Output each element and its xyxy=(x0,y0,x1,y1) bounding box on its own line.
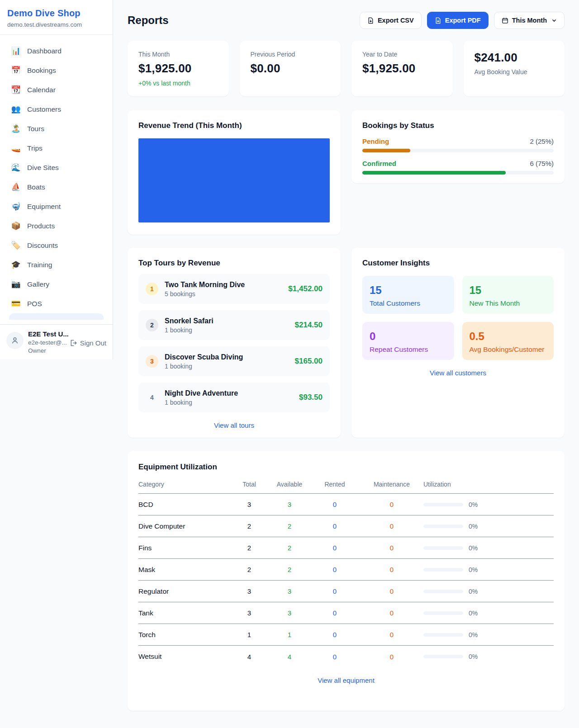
sidebar-item-customers[interactable]: 👥Customers xyxy=(5,99,108,119)
export-pdf-button[interactable]: Export PDF xyxy=(427,12,489,29)
sidebar-item-label: Tours xyxy=(27,125,44,133)
equipment-maintenance: 0 xyxy=(360,653,423,661)
utilization-bar-track xyxy=(423,546,463,550)
sidebar-item-products[interactable]: 📦Products xyxy=(5,216,108,236)
tour-bookings: 1 booking xyxy=(165,399,293,406)
equipment-total: 3 xyxy=(229,609,270,617)
revenue-trend-bar xyxy=(138,138,330,222)
stat-value: $241.00 xyxy=(475,51,554,65)
status-label: Confirmed xyxy=(362,160,396,167)
sign-out-label: Sign Out xyxy=(80,339,106,347)
equipment-rented: 0 xyxy=(309,501,360,508)
status-item-pending: Pending 2 (25%) xyxy=(362,137,554,152)
insight-tile-avg-bookings: 0.5 Avg Bookings/Customer xyxy=(462,322,554,360)
equipment-rented: 0 xyxy=(309,566,360,573)
sidebar-item-training[interactable]: 🎓Training xyxy=(5,255,108,274)
sidebar-item-reports-partial[interactable] xyxy=(9,313,104,320)
sidebar-item-boats[interactable]: ⛵Boats xyxy=(5,177,108,197)
utilization-percent: 0% xyxy=(469,631,478,638)
top-tours-title: Top Tours by Revenue xyxy=(138,259,330,268)
tour-bookings: 1 booking xyxy=(165,363,289,370)
equipment-rented: 0 xyxy=(309,609,360,617)
table-row: Wetsuit 4 4 0 0 0% xyxy=(138,646,554,667)
sidebar-item-dive-sites[interactable]: 🌊Dive Sites xyxy=(5,158,108,177)
stat-label: This Month xyxy=(138,51,218,58)
view-all-equipment-link[interactable]: View all equipment xyxy=(138,676,554,684)
equipment-rented: 0 xyxy=(309,631,360,638)
table-row: Torch 1 1 0 0 0% xyxy=(138,624,554,646)
sidebar-item-tours[interactable]: 🏝️Tours xyxy=(5,119,108,138)
equipment-utilization-cell: 0% xyxy=(423,566,554,573)
utilization-percent: 0% xyxy=(469,588,478,595)
equipment-maintenance: 0 xyxy=(360,501,423,508)
sidebar-item-bookings[interactable]: 📅Bookings xyxy=(5,61,108,80)
equipment-utilization-cell: 0% xyxy=(423,588,554,595)
stat-card-avg-booking-value: $241.00 Avg Booking Value xyxy=(464,41,565,96)
utilization-bar-track xyxy=(423,525,463,528)
equipment-maintenance: 0 xyxy=(360,587,423,595)
equipment-utilization-cell: 0% xyxy=(423,610,554,617)
credit-card-icon: 💳 xyxy=(11,299,21,308)
insight-label: Repeat Customers xyxy=(370,345,447,354)
tour-list-item: 1 Two Tank Morning Dive 5 bookings $1,45… xyxy=(138,274,330,304)
people-icon: 👥 xyxy=(11,104,21,114)
user-role: Owner xyxy=(28,347,65,354)
user-footer: E2E Test U... e2e-tester@... Owner Sign … xyxy=(0,324,113,359)
stat-value: $0.00 xyxy=(251,61,330,76)
equipment-rented: 0 xyxy=(309,587,360,595)
sidebar-item-calendar[interactable]: 📆Calendar xyxy=(5,80,108,99)
period-dropdown[interactable]: This Month xyxy=(494,12,565,29)
sidebar-item-trips[interactable]: 🚤Trips xyxy=(5,138,108,158)
view-all-tours-link[interactable]: View all tours xyxy=(138,421,330,429)
sidebar-item-gallery[interactable]: 📷Gallery xyxy=(5,274,108,294)
equipment-utilization-cell: 0% xyxy=(423,631,554,638)
utilization-bar-track xyxy=(423,590,463,593)
sidebar-item-label: Dive Sites xyxy=(27,164,59,172)
sidebar-item-label: Boats xyxy=(27,183,45,191)
customer-insights-card: Customer Insights 15 Total Customers 15 … xyxy=(351,248,565,438)
insight-value: 0 xyxy=(370,330,447,343)
person-icon xyxy=(11,336,19,345)
page-header: Reports Export CSV Export PDF This Month xyxy=(128,12,565,29)
insights-row: Top Tours by Revenue 1 Two Tank Morning … xyxy=(128,248,565,438)
export-csv-button[interactable]: Export CSV xyxy=(360,12,422,29)
insight-tile-new-this-month: 15 New This Month xyxy=(462,276,554,314)
equipment-title: Equipment Utilization xyxy=(138,463,554,472)
stat-value: $1,925.00 xyxy=(362,61,442,76)
status-count: 2 (25%) xyxy=(530,137,554,145)
equipment-rented: 0 xyxy=(309,522,360,530)
equipment-utilization-cell: 0% xyxy=(423,523,554,530)
insight-tile-repeat-customers: 0 Repeat Customers xyxy=(362,322,454,360)
file-download-icon xyxy=(435,17,441,24)
stats-row: This Month $1,925.00 +0% vs last month P… xyxy=(128,41,565,96)
equipment-category: Mask xyxy=(138,566,229,574)
calendar-icon xyxy=(502,17,508,24)
insight-label: New This Month xyxy=(470,299,547,307)
utilization-bar-track xyxy=(423,633,463,637)
calendar-icon: 📆 xyxy=(11,85,21,95)
sign-out-button[interactable]: Sign Out xyxy=(69,339,106,347)
status-bar-fill xyxy=(362,171,506,175)
utilization-bar-track xyxy=(423,655,463,658)
utilization-bar-track xyxy=(423,611,463,615)
table-row: BCD 3 3 0 0 0% xyxy=(138,494,554,515)
equipment-utilization-cell: 0% xyxy=(423,653,554,660)
tour-amount: $165.00 xyxy=(295,357,323,366)
equipment-category: BCD xyxy=(138,501,229,509)
tour-bookings: 1 booking xyxy=(165,326,289,334)
sidebar-item-pos[interactable]: 💳POS xyxy=(5,294,108,313)
sidebar-item-discounts[interactable]: 🏷️Discounts xyxy=(5,236,108,255)
sidebar-item-equipment[interactable]: 🤿Equipment xyxy=(5,197,108,216)
sidebar-item-label: Dashboard xyxy=(27,47,62,55)
view-all-customers-link[interactable]: View all customers xyxy=(362,369,554,377)
graduation-cap-icon: 🎓 xyxy=(11,260,21,269)
sidebar-item-dashboard[interactable]: 📊Dashboard xyxy=(5,41,108,61)
equipment-available: 4 xyxy=(270,653,309,661)
revenue-trend-title: Revenue Trend (This Month) xyxy=(138,121,330,130)
tour-list-item: 4 Night Dive Adventure 1 booking $93.50 xyxy=(138,383,330,412)
equipment-category: Regulator xyxy=(138,587,229,596)
sidebar-item-label: Bookings xyxy=(27,66,56,75)
diving-mask-icon: 🤿 xyxy=(11,202,21,211)
calendar-date-icon: 📅 xyxy=(11,66,21,75)
equipment-maintenance: 0 xyxy=(360,631,423,638)
